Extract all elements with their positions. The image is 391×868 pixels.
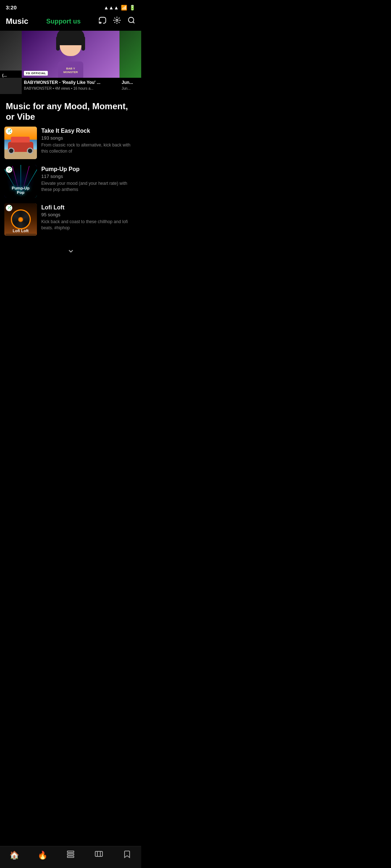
status-time: 3:20 — [6, 4, 17, 10]
playlist-info-pop: Pump-Up Pop 117 songs Elevate your mood … — [41, 165, 137, 193]
playlist-list: Take It Easy Rock 193 songs From classic… — [0, 127, 141, 236]
svg-point-1 — [116, 19, 118, 21]
playlist-songs-lofi: 95 songs — [41, 212, 137, 217]
playlist-desc-lofi: Kick back and coast to these chillhop an… — [41, 219, 137, 231]
svg-point-2 — [129, 17, 134, 23]
playlist-item-rock[interactable]: Take It Easy Rock 193 songs From classic… — [4, 127, 137, 159]
playlist-songs-pop: 117 songs — [41, 174, 137, 179]
wifi-icon: 📶 — [121, 5, 127, 10]
chevron-down-icon[interactable]: ⌄ — [67, 243, 75, 255]
playlist-thumb-wrap-lofi: Lofi Loft — [4, 203, 37, 236]
playlist-desc-pop: Elevate your mood (and your heart rate) … — [41, 180, 137, 193]
app-title: Music — [6, 17, 28, 26]
signal-icon: ▲▲▲ — [104, 5, 119, 10]
video-card-jun[interactable]: Jun... Jun... — [119, 31, 141, 94]
header-actions — [98, 16, 135, 26]
playlist-name-rock: Take It Easy Rock — [41, 127, 137, 135]
expand-handle[interactable]: ⌄ — [0, 236, 141, 261]
status-bar: 3:20 ▲▲▲ 📶 🔋 — [0, 0, 141, 13]
playlist-thumb-wrap-rock — [4, 127, 37, 159]
video-title-jun: Jun... — [122, 80, 141, 86]
video-carousel: (... — [0, 31, 141, 94]
video-card-partial[interactable]: (... — [0, 31, 22, 94]
playlist-info-lofi: Lofi Loft 95 songs Kick back and coast t… — [41, 203, 137, 231]
playlist-name-pop: Pump-Up Pop — [41, 166, 137, 173]
shuffle-badge-pop — [6, 166, 12, 173]
status-icons: ▲▲▲ 📶 🔋 — [104, 5, 135, 10]
playlist-info-rock: Take It Easy Rock 193 songs From classic… — [41, 127, 137, 154]
section-heading: Music for any Mood, Moment, or Vibe — [0, 95, 141, 127]
playlist-item-pop[interactable]: Pump-UpPop Pump-Up Pop 117 songs Elevate… — [4, 165, 137, 197]
video-meta-jun: Jun... — [122, 86, 141, 90]
playlist-songs-rock: 193 songs — [41, 135, 137, 141]
search-icon[interactable] — [127, 16, 135, 26]
support-link[interactable]: Support us — [46, 18, 81, 25]
video-card-babymonster[interactable]: BAB YMONSTER YG OFFICIAL BABYMONSTER - '… — [22, 31, 119, 94]
svg-rect-0 — [99, 22, 101, 24]
playlist-thumb-wrap-pop: Pump-UpPop — [4, 165, 37, 197]
battery-icon: 🔋 — [129, 5, 135, 10]
video-title-babymonster: BABYMONSTER - 'Really Like You' ... — [24, 80, 117, 86]
lofi-loft-label: Lofi Loft — [4, 229, 37, 233]
playlist-name-lofi: Lofi Loft — [41, 204, 137, 212]
cast-icon[interactable] — [98, 16, 106, 26]
header: Music Support us — [0, 13, 141, 31]
shuffle-badge-rock — [6, 128, 12, 135]
podcast-icon[interactable] — [113, 16, 121, 26]
youtube-logo-badge: YG OFFICIAL — [24, 71, 48, 76]
video-meta-babymonster: BABYMONSTER • 4M views • 16 hours a... — [24, 86, 117, 90]
pump-up-label: Pump-UpPop — [4, 186, 37, 195]
playlist-item-lofi[interactable]: Lofi Loft Lofi Loft 95 songs Kick back a… — [4, 203, 137, 236]
playlist-desc-rock: From classic rock to alternative, kick b… — [41, 142, 137, 154]
shuffle-badge-lofi — [6, 205, 12, 211]
